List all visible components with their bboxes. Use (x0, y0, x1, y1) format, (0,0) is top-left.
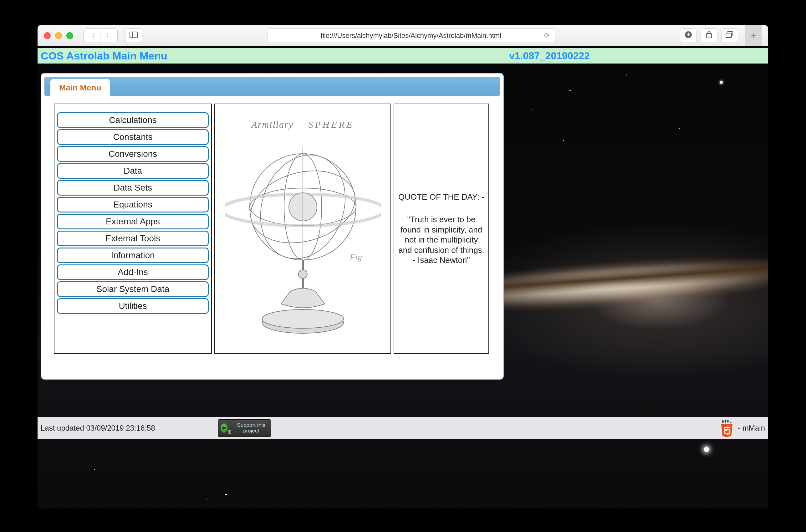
maximize-window-button[interactable] (66, 32, 73, 39)
main-panel: Main Menu Calculations Constants Convers… (41, 73, 504, 380)
share-button[interactable] (701, 28, 717, 43)
menu-calculations[interactable]: Calculations (57, 112, 209, 128)
menu-label: Information (111, 250, 155, 260)
menu-external-apps[interactable]: External Apps (57, 214, 209, 229)
star (570, 90, 571, 91)
star (532, 109, 533, 110)
dollar-icon: $ (228, 429, 231, 435)
nav-back-forward: 〈 〉 (83, 28, 118, 43)
menu-add-ins[interactable]: Add-Ins (57, 264, 209, 280)
star (207, 498, 208, 499)
chevron-left-icon: 〈 (88, 31, 95, 40)
quote-heading: QUOTE OF THE DAY: - (398, 192, 484, 202)
version-label: v1.087_20190222 (509, 50, 590, 62)
html5-icon: HTML (719, 420, 734, 436)
armillary-sphere-illustration: Fig (225, 129, 381, 341)
menu-label: Data Sets (114, 183, 152, 192)
menu-label: Solar System Data (96, 284, 169, 294)
downloads-button[interactable] (680, 28, 697, 43)
star (225, 494, 227, 495)
page-title: COS Astrolab Main Menu (41, 50, 167, 62)
footer-bar: Last updated 03/09/2019 23:16:58 ✲ $ Sup… (38, 417, 768, 439)
titlebar: 〈 〉 file:///Users/alchymylab/Sites/Alchy… (38, 25, 768, 46)
share-icon (706, 31, 712, 41)
sidebar-toggle-button[interactable] (125, 28, 142, 43)
menu-label: External Tools (105, 233, 160, 243)
footer-page-name: - mMain (738, 424, 765, 433)
menu-data-sets[interactable]: Data Sets (57, 180, 209, 195)
star (94, 469, 95, 470)
url-text: file:///Users/alchymylab/Sites/Alchymy/A… (321, 32, 501, 40)
quote-body: "Truth is ever to be found in simplicity… (397, 214, 485, 265)
support-label: Support this project (234, 422, 268, 434)
menu-label: Data (123, 166, 142, 175)
fig-label: Fig (349, 252, 362, 262)
star (563, 140, 564, 141)
menu-constants[interactable]: Constants (57, 129, 209, 145)
tab-strip: Main Menu (44, 77, 500, 96)
menu-solar-system-data[interactable]: Solar System Data (57, 281, 209, 297)
page-viewport: COS Astrolab Main Menu v1.087_20190222 M… (38, 46, 768, 509)
back-button[interactable]: 〈 (83, 28, 100, 43)
app-header: COS Astrolab Main Menu v1.087_20190222 (38, 48, 768, 63)
menu-column: Calculations Constants Conversions Data … (54, 103, 212, 354)
menu-label: Add-Ins (118, 267, 148, 277)
quote-column: QUOTE OF THE DAY: - "Truth is ever to be… (394, 103, 489, 354)
menu-label: Constants (113, 132, 152, 142)
minimize-window-button[interactable] (55, 32, 62, 39)
caption-right: SPHERE (308, 119, 354, 130)
tab-label: Main Menu (59, 83, 101, 92)
menu-label: External Apps (106, 216, 160, 226)
menu-label: Utilities (119, 301, 147, 311)
star-bright (704, 447, 709, 452)
star (679, 128, 680, 129)
menu-data[interactable]: Data (57, 163, 209, 179)
toolbar-right (680, 28, 738, 43)
menu-label: Equations (113, 200, 152, 209)
sidebar-icon (130, 32, 138, 40)
footer-right: HTML - mMain (719, 420, 765, 436)
menu-equations[interactable]: Equations (57, 197, 209, 212)
last-updated-label: Last updated 03/09/2019 23:16:58 (41, 424, 155, 433)
illustration-caption: Armillary SPHERE (215, 119, 390, 130)
svg-rect-5 (726, 33, 731, 38)
html5-small-label: HTML (719, 420, 734, 423)
support-project-badge[interactable]: ✲ $ Support this project (218, 419, 271, 437)
caption-left: Armillary (251, 119, 293, 130)
menu-external-tools[interactable]: External Tools (57, 231, 209, 246)
tabs-button[interactable] (721, 28, 738, 43)
window-controls (44, 32, 73, 39)
illustration-column: Armillary SPHERE (214, 103, 391, 354)
svg-point-15 (299, 270, 307, 279)
close-window-button[interactable] (44, 32, 51, 39)
menu-label: Calculations (109, 115, 157, 125)
menu-information[interactable]: Information (57, 248, 209, 263)
menu-label: Conversions (109, 149, 157, 159)
tabs-icon (726, 31, 734, 40)
svg-rect-0 (130, 32, 138, 38)
star (626, 75, 627, 75)
download-icon (685, 31, 692, 40)
chevron-right-icon: 〉 (106, 31, 113, 40)
plus-icon: + (751, 30, 756, 41)
new-tab-button[interactable]: + (745, 25, 762, 46)
reload-icon[interactable]: ⟳ (544, 32, 550, 40)
address-bar[interactable]: file:///Users/alchymylab/Sites/Alchymy/A… (267, 28, 555, 43)
forward-button[interactable]: 〉 (101, 28, 118, 43)
content-row: Calculations Constants Conversions Data … (44, 103, 500, 354)
menu-conversions[interactable]: Conversions (57, 146, 209, 162)
star-bright (719, 81, 723, 84)
svg-point-17 (262, 309, 344, 328)
safari-window: 〈 〉 file:///Users/alchymylab/Sites/Alchy… (38, 25, 768, 509)
tab-main-menu[interactable]: Main Menu (50, 79, 110, 96)
menu-utilities[interactable]: Utilities (57, 298, 209, 314)
gear-icon: ✲ (220, 423, 228, 433)
